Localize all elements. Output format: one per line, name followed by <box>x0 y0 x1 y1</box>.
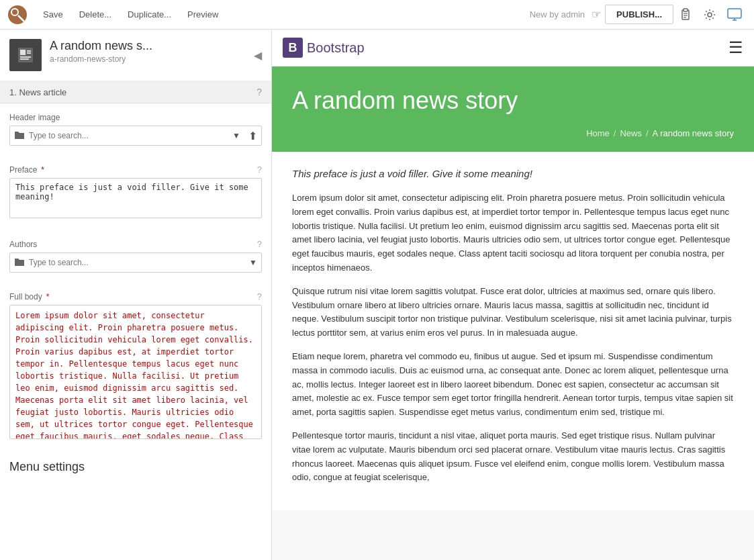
authors-section: Authors ? ▼ <box>0 230 271 273</box>
header-image-label: Header image <box>9 113 262 122</box>
save-button[interactable]: Save <box>35 5 71 24</box>
hero-title: A random news story <box>292 87 734 115</box>
article-icon <box>9 39 42 71</box>
full-body-section: Full body * ? <box>0 282 271 441</box>
panel-collapse-button[interactable]: ◀ <box>251 46 265 64</box>
svg-rect-9 <box>728 9 741 18</box>
preview-button[interactable]: Preview <box>179 5 226 24</box>
breadcrumb-sep-1: / <box>614 128 616 138</box>
preface-input[interactable] <box>9 178 262 218</box>
section-bar: 1. News article ? <box>0 81 271 103</box>
delete-button[interactable]: Delete... <box>71 5 120 24</box>
breadcrumb-news[interactable]: News <box>620 128 642 138</box>
full-body-container <box>9 305 262 441</box>
breadcrumb-sep-2: / <box>646 128 649 138</box>
full-body-input[interactable] <box>9 305 262 439</box>
status-text: New by admin <box>530 9 585 19</box>
authors-folder-icon <box>10 256 29 269</box>
status-by: by admin <box>549 9 585 19</box>
body-paragraph-2: Quisque rutrum nisi vitae lorem sagittis… <box>292 285 734 340</box>
menu-settings-section: Menu settings <box>0 451 271 483</box>
folder-icon <box>10 130 29 142</box>
preface-preview: This preface is just a void filler. Give… <box>292 168 734 179</box>
toolbar: Save Delete... Duplicate... Preview New … <box>0 0 754 30</box>
authors-help-icon[interactable]: ? <box>257 239 262 249</box>
content-area: This preface is just a void filler. Give… <box>272 152 754 510</box>
duplicate-button[interactable]: Duplicate... <box>120 5 179 24</box>
preface-help-icon[interactable]: ? <box>257 165 262 175</box>
bootstrap-b-icon: B <box>283 38 303 58</box>
article-title: A random news s... <box>50 39 243 53</box>
section-help-icon[interactable]: ? <box>256 87 262 97</box>
full-body-required: * <box>46 292 50 301</box>
breadcrumb: Home / News / A random news story <box>292 128 734 138</box>
bootstrap-logo: B Bootstrap <box>283 38 365 58</box>
status-new: New <box>530 9 547 19</box>
svg-rect-4 <box>684 9 688 11</box>
cursor-icon: ☞ <box>592 8 601 21</box>
article-header: A random news s... a-random-news-story ◀ <box>0 30 271 81</box>
article-title-block: A random news s... a-random-news-story <box>50 39 243 64</box>
svg-rect-13 <box>20 50 26 55</box>
hamburger-icon[interactable]: ☰ <box>728 38 743 57</box>
body-paragraph-1: Lorem ipsum dolor sit amet, consectetur … <box>292 191 734 275</box>
svg-point-8 <box>708 13 712 17</box>
section-label: 1. News article <box>9 87 66 97</box>
bootstrap-name: Bootstrap <box>307 40 365 56</box>
breadcrumb-current: A random news story <box>653 128 734 138</box>
full-body-label: Full body * ? <box>9 291 262 301</box>
full-body-help-icon[interactable]: ? <box>257 291 262 301</box>
preface-label: Preface * ? <box>9 165 262 175</box>
upload-icon[interactable]: ⬆ <box>244 130 261 142</box>
article-slug: a-random-news-story <box>50 54 243 64</box>
monitor-icon-button[interactable] <box>722 5 747 24</box>
right-panel: B Bootstrap ☰ A random news story Home /… <box>272 30 754 560</box>
authors-label: Authors ? <box>9 239 262 249</box>
preface-required: * <box>41 165 44 175</box>
bootstrap-navbar: B Bootstrap ☰ <box>272 30 754 66</box>
preface-label-text: Preface <box>9 165 37 175</box>
publish-button[interactable]: PUBLISH... <box>605 5 673 24</box>
hero-section: A random news story Home / News / A rand… <box>272 66 754 152</box>
header-image-search[interactable]: ▼ ⬆ <box>9 126 262 146</box>
breadcrumb-home[interactable]: Home <box>586 128 610 138</box>
header-image-label-text: Header image <box>9 113 60 122</box>
body-paragraph-3: Etiam neque lorem, pharetra vel commodo … <box>292 350 734 420</box>
menu-settings-title: Menu settings <box>9 460 262 474</box>
clipboard-icon-button[interactable] <box>673 5 698 24</box>
authors-label-text: Authors <box>9 240 37 249</box>
dropdown-arrow-icon[interactable]: ▼ <box>228 131 244 140</box>
app-logo <box>7 4 28 26</box>
body-paragraph-4: Pellentesque tortor mauris, tincidunt a … <box>292 429 734 485</box>
authors-dropdown-arrow[interactable]: ▼ <box>245 258 261 267</box>
settings-icon-button[interactable] <box>698 5 722 24</box>
header-image-input[interactable] <box>29 131 228 140</box>
authors-search[interactable]: ▼ <box>9 252 262 273</box>
preface-section: Preface * ? <box>0 155 271 230</box>
authors-input[interactable] <box>29 258 245 267</box>
left-panel: A random news s... a-random-news-story ◀… <box>0 30 272 560</box>
full-body-label-text: Full body <box>9 292 42 301</box>
main-area: A random news s... a-random-news-story ◀… <box>0 30 754 560</box>
header-image-section: Header image ▼ ⬆ <box>0 103 271 146</box>
